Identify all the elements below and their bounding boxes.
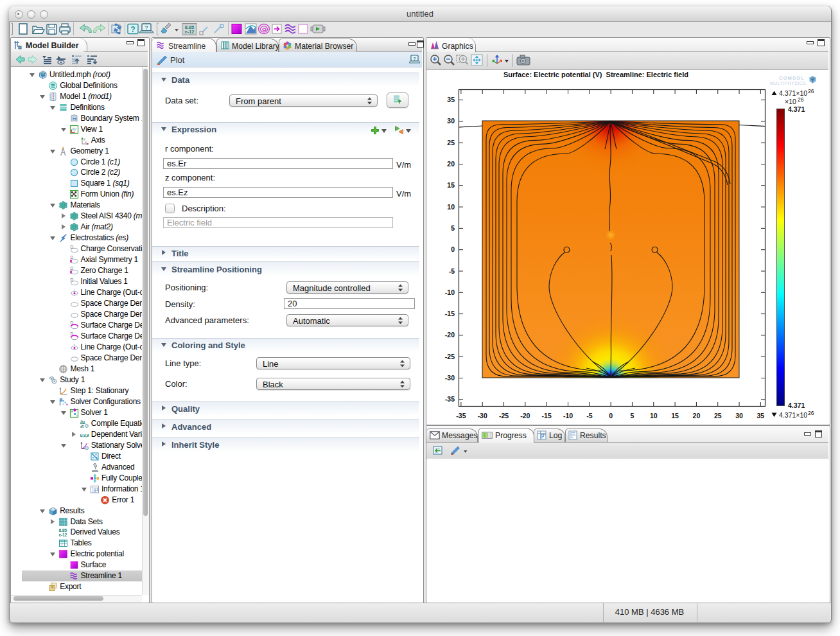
svg-text:-30: -30	[445, 374, 455, 382]
svg-text:25: 25	[714, 412, 722, 420]
svg-text:10: 10	[650, 412, 658, 420]
svg-text:-20: -20	[445, 331, 455, 339]
svg-text:26: 26	[798, 96, 804, 103]
svg-text:∂u: ∂u	[80, 419, 85, 423]
svg-text:0: 0	[451, 245, 455, 253]
svg-text:-35: -35	[445, 395, 455, 403]
svg-text:20: 20	[693, 412, 701, 420]
svg-text:-10: -10	[445, 288, 455, 296]
svg-text:?: ?	[413, 56, 416, 62]
svg-text:-10: -10	[563, 412, 573, 420]
svg-text:-35: -35	[456, 412, 466, 420]
svg-text:D: D	[70, 321, 73, 325]
svg-text:30: 30	[447, 117, 455, 125]
svg-text:-25: -25	[445, 353, 455, 360]
svg-text:∂t: ∂t	[80, 424, 84, 428]
svg-text:25: 25	[447, 139, 455, 146]
svg-text:15: 15	[671, 412, 679, 420]
svg-text:?: ?	[144, 24, 148, 31]
svg-text:8.85: 8.85	[59, 528, 67, 533]
svg-text:5: 5	[631, 412, 634, 420]
svg-text:-15: -15	[445, 310, 455, 317]
svg-text:0: 0	[609, 412, 613, 420]
svg-text:MULTIPHYSICS: MULTIPHYSICS	[770, 81, 806, 85]
svg-text:D: D	[70, 331, 73, 336]
svg-text:Surface: Electric potential (V: Surface: Electric potential (V) Streamli…	[503, 71, 688, 78]
svg-text:15: 15	[447, 181, 455, 189]
svg-text:D: D	[70, 255, 73, 260]
svg-text:u,v,w: u,v,w	[80, 432, 89, 437]
svg-text:-15: -15	[542, 412, 552, 420]
svg-text:4.371: 4.371	[788, 402, 805, 409]
svg-text:x: x	[85, 139, 87, 143]
svg-text:D: D	[70, 278, 73, 282]
svg-text:-5: -5	[586, 412, 592, 420]
svg-text:20: 20	[447, 160, 455, 168]
svg-text:4.371: 4.371	[788, 105, 805, 113]
svg-text:xy: xy	[71, 127, 76, 132]
svg-text:D: D	[70, 266, 73, 270]
svg-text:4.371×10: 4.371×10	[779, 411, 807, 419]
svg-text:26: 26	[808, 88, 814, 94]
svg-text:e-12: e-12	[184, 29, 194, 35]
svg-text:-25: -25	[499, 412, 509, 420]
svg-text:35: 35	[447, 96, 455, 103]
svg-text:D: D	[70, 245, 73, 249]
svg-text:26: 26	[808, 410, 814, 416]
svg-text:e-12: e-12	[59, 533, 67, 537]
svg-text:35: 35	[757, 412, 765, 420]
svg-text:-5: -5	[449, 267, 455, 275]
svg-text:×10: ×10	[785, 98, 796, 105]
svg-text:30: 30	[735, 412, 743, 420]
svg-text:5: 5	[451, 224, 455, 232]
svg-text:-30: -30	[478, 412, 487, 420]
svg-text:-20: -20	[520, 412, 530, 420]
svg-text:?: ?	[130, 25, 135, 34]
svg-text:10: 10	[447, 203, 455, 211]
